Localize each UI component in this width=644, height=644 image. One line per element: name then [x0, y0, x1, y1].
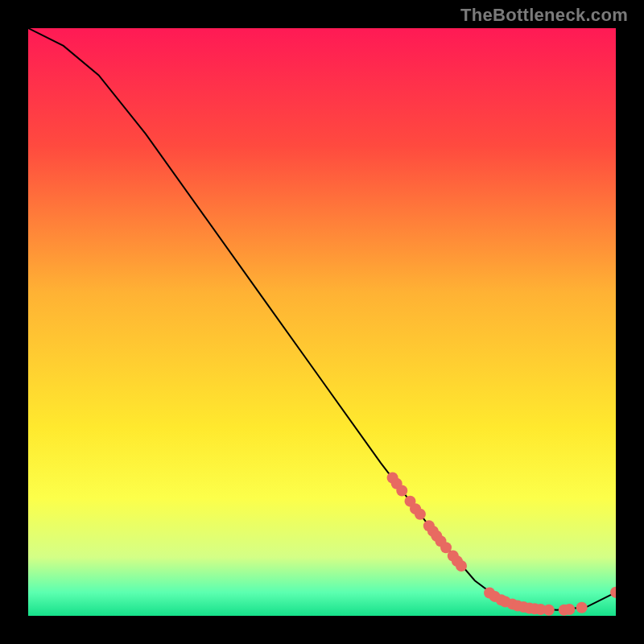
data-point	[456, 560, 467, 572]
watermark-text: TheBottleneck.com	[460, 5, 628, 26]
data-point	[576, 602, 588, 613]
data-point	[543, 605, 555, 616]
data-point	[564, 604, 575, 615]
chart-plot-area	[28, 28, 616, 616]
chart-frame: TheBottleneck.com	[0, 0, 644, 644]
data-point	[415, 509, 426, 520]
chart-svg	[28, 28, 616, 616]
data-point	[396, 485, 407, 497]
chart-background	[28, 28, 616, 616]
